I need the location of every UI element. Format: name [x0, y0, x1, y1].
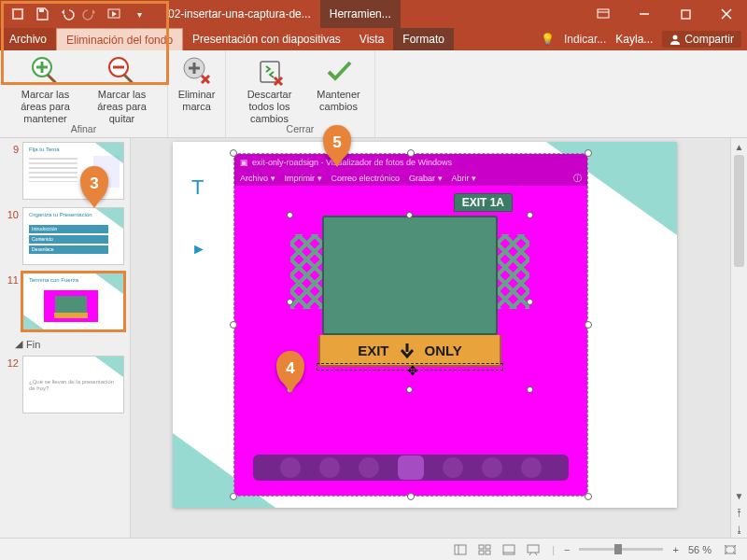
slide-thumbnail-9[interactable]: Fija tu Tema	[22, 142, 124, 200]
photo-viewer-menubar: Archivo ▾ Imprimir ▾ Correo electrónico …	[234, 171, 587, 186]
title-bar: ▾ 02-insertar-una-captura-de... Herramie…	[0, 0, 747, 28]
discard-changes-button[interactable]: Descartar todos los cambios	[233, 54, 307, 126]
section-header[interactable]: ◢ Fin	[15, 338, 124, 350]
pv-menu-file: Archivo ▾	[240, 174, 275, 183]
normal-view-button[interactable]	[451, 542, 470, 557]
group-label-refine: Afinar	[0, 123, 167, 134]
start-from-beginning-button[interactable]	[103, 1, 127, 27]
slide-thumbnails-pane[interactable]: 9 Fija tu Tema 10 Organiza tu Presentaci…	[0, 138, 131, 538]
ribbon: Marcar las áreas para mantener Marcar la…	[0, 50, 747, 138]
slideshow-view-button[interactable]	[524, 542, 543, 557]
scroll-down-button[interactable]: ▼	[731, 487, 747, 504]
collapse-section-icon[interactable]: ◢	[15, 338, 22, 350]
svg-rect-18	[122, 74, 133, 84]
section-name: Fin	[26, 339, 40, 350]
delete-mark-button[interactable]: Eliminar marca	[172, 54, 222, 113]
document-title: 02-insertar-una-captura-de...	[168, 7, 311, 21]
svg-rect-29	[479, 545, 484, 549]
share-button[interactable]: Compartir	[662, 31, 741, 48]
tab-file[interactable]: Archivo	[0, 28, 56, 50]
qat-customize-button[interactable]: ▾	[127, 1, 151, 27]
thumb-number: 12	[6, 356, 19, 369]
keep-label: Mantener cambios	[311, 89, 367, 113]
delete-mark-icon	[182, 56, 212, 86]
pv-menu-open: Abrir ▾	[452, 174, 477, 183]
svg-rect-27	[455, 545, 466, 554]
zoom-level[interactable]: 56 %	[688, 544, 712, 555]
tab-slideshow[interactable]: Presentación con diapositivas	[183, 28, 350, 50]
close-button[interactable]	[706, 0, 747, 28]
svg-rect-31	[479, 551, 484, 554]
minus-pencil-icon	[107, 56, 137, 86]
foreground-marquee[interactable]: EXIT 1A EXIT ONLY ✥	[290, 216, 529, 389]
contextual-tab-header: Herramien...	[320, 0, 401, 28]
slide-thumbnail-10[interactable]: Organiza tu Presentación Introducción Co…	[22, 207, 124, 265]
person-icon	[669, 34, 681, 45]
slide-sorter-button[interactable]	[475, 542, 494, 557]
background-removal-overlay: ▣ exit-only-roadsign - Visualizador de f…	[234, 154, 587, 496]
pv-menu-email: Correo electrónico	[331, 174, 401, 183]
zoom-out-button[interactable]: −	[564, 544, 570, 555]
undo-button[interactable]	[54, 1, 78, 27]
vertical-scrollbar[interactable]: ▲ ▼ ⭱ ⭳	[730, 138, 747, 538]
slide: T ► ▣ exit-only-roadsign - Visualizador …	[173, 142, 677, 508]
svg-rect-5	[598, 9, 609, 18]
share-label: Compartir	[684, 33, 734, 46]
ribbon-tabs: Archivo Eliminación del fondo Presentaci…	[0, 28, 747, 50]
reading-view-button[interactable]	[500, 542, 518, 557]
photo-viewer-toolbar	[253, 455, 569, 481]
tell-me-icon[interactable]: 💡	[541, 33, 555, 46]
prev-slide-button[interactable]: ⭱	[731, 504, 747, 521]
thumb-number: 11	[6, 273, 19, 286]
sign-exit-only: EXIT ONLY	[318, 335, 501, 367]
mark-areas-remove-button[interactable]: Marcar las áreas para quitar	[85, 54, 160, 126]
scroll-up-button[interactable]: ▲	[731, 138, 747, 155]
slide-thumbnail-12[interactable]: ¿Qué se llevan de la presentación de hoy…	[22, 356, 124, 413]
minimize-button[interactable]	[624, 0, 665, 28]
image-selection[interactable]: ▣ exit-only-roadsign - Visualizador de f…	[233, 153, 588, 497]
tell-me-input[interactable]: Indicar...	[564, 33, 606, 46]
ribbon-display-options-button[interactable]	[583, 0, 624, 28]
svg-rect-35	[528, 545, 539, 553]
svg-rect-8	[682, 10, 690, 19]
tab-view[interactable]: Vista	[350, 28, 393, 50]
mark-keep-label: Marcar las áreas para mantener	[10, 89, 81, 126]
save-button[interactable]	[30, 1, 54, 27]
photo-viewer-title: exit-only-roadsign - Visualizador de fot…	[252, 158, 452, 167]
sign-panel	[322, 216, 498, 335]
thumb9-title: Fija tu Tema	[29, 147, 60, 152]
svg-rect-32	[486, 551, 490, 554]
tab-background-removal[interactable]: Eliminación del fondo	[56, 28, 183, 50]
fit-to-window-button[interactable]	[721, 542, 740, 557]
zoom-slider[interactable]	[579, 548, 663, 551]
svg-rect-3	[39, 9, 44, 12]
slide-title-fragment: T	[191, 175, 204, 200]
sign-exit-text: EXIT	[358, 343, 388, 358]
next-slide-button[interactable]: ⭳	[731, 521, 747, 538]
sign-only-text: ONLY	[425, 343, 462, 358]
app-small-icon: ▣	[240, 158, 248, 167]
zoom-in-button[interactable]: +	[672, 544, 678, 555]
mark-areas-keep-button[interactable]: Marcar las áreas para mantener	[8, 54, 83, 126]
help-icon: ⓘ	[573, 173, 582, 185]
svg-rect-15	[46, 74, 56, 84]
svg-rect-2	[14, 10, 21, 18]
pv-menu-print: Imprimir ▾	[285, 174, 322, 183]
plus-pencil-icon	[31, 56, 61, 86]
keep-changes-button[interactable]: Mantener cambios	[309, 54, 369, 126]
maximize-button[interactable]	[665, 0, 706, 28]
redo-button[interactable]	[78, 1, 103, 27]
slide-canvas[interactable]: T ► ▣ exit-only-roadsign - Visualizador …	[131, 138, 730, 538]
svg-point-11	[673, 35, 678, 40]
svg-rect-30	[486, 545, 490, 549]
discard-label: Descartar todos los cambios	[234, 89, 305, 126]
tab-format[interactable]: Formato	[393, 28, 454, 50]
thumb10-title: Organiza tu Presentación	[29, 212, 92, 217]
sign-exit-number: EXIT 1A	[454, 193, 513, 212]
mark-remove-label: Marcar las áreas para quitar	[87, 89, 158, 126]
scroll-thumb[interactable]	[734, 155, 744, 267]
slide-thumbnail-11[interactable]: Termina con Fuerza	[22, 273, 124, 330]
delete-mark-label: Eliminar marca	[174, 89, 220, 113]
user-name[interactable]: Kayla...	[615, 33, 653, 46]
thumb11-title: Termina con Fuerza	[29, 277, 78, 283]
